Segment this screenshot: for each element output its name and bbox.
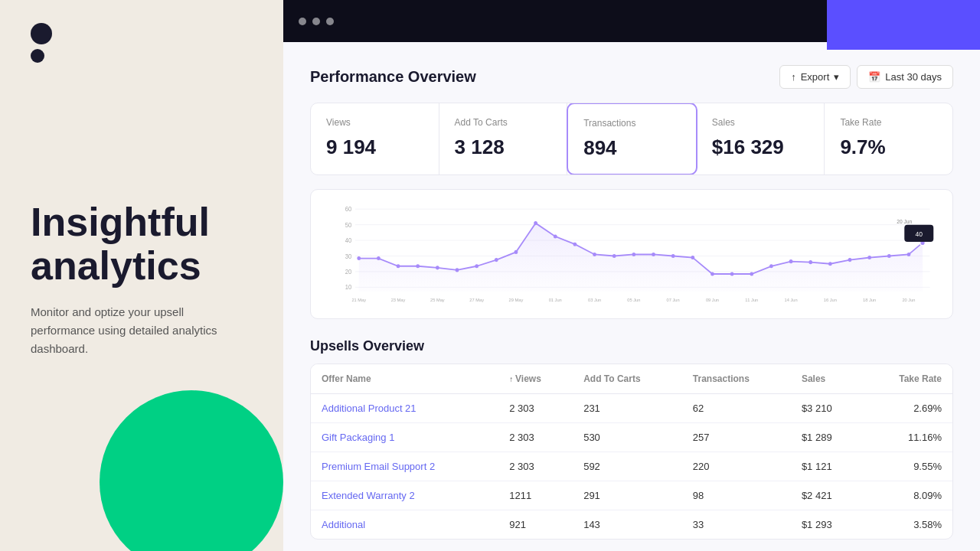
- th-sales: Sales: [791, 364, 863, 394]
- svg-text:14 Jun: 14 Jun: [785, 298, 798, 302]
- svg-point-34: [789, 259, 793, 263]
- export-label: Export: [801, 71, 830, 83]
- stat-card-transactions[interactable]: Transactions 894: [567, 103, 697, 175]
- main-content: Performance Overview ↑ Export ▾ 📅 Last 3…: [283, 0, 980, 551]
- svg-point-29: [691, 256, 694, 259]
- views-cell: 2 303: [498, 452, 573, 481]
- stat-value: $16 329: [712, 135, 809, 159]
- svg-text:18 Jun: 18 Jun: [863, 298, 876, 302]
- performance-header: Performance Overview ↑ Export ▾ 📅 Last 3…: [310, 65, 953, 89]
- svg-text:07 Jun: 07 Jun: [667, 298, 680, 302]
- svg-point-26: [632, 253, 635, 256]
- export-button[interactable]: ↑ Export ▾: [779, 65, 851, 89]
- svg-point-40: [907, 253, 911, 256]
- svg-text:03 Jun: 03 Jun: [588, 298, 601, 302]
- stats-row: Views 9 194 Add To Carts 3 128 Transacti…: [310, 103, 953, 175]
- svg-text:20 Jun: 20 Jun: [902, 298, 915, 302]
- calendar-icon: 📅: [868, 71, 880, 83]
- svg-point-18: [475, 264, 479, 268]
- svg-text:20: 20: [345, 269, 352, 276]
- stat-value: 894: [583, 136, 681, 160]
- offer-name-cell[interactable]: Additional: [311, 510, 498, 540]
- th-add-to-carts: Add To Carts: [573, 364, 682, 394]
- sidebar-description: Monitor and optize your upsell performan…: [31, 303, 230, 358]
- table-header-row: Offer Name ↑ Views Add To Carts Transact…: [311, 364, 952, 394]
- svg-text:30: 30: [345, 253, 352, 259]
- add-to-carts-cell: 143: [573, 510, 682, 540]
- th-views[interactable]: ↑ Views: [498, 364, 573, 394]
- stat-card-add-to-carts[interactable]: Add To Carts 3 128: [439, 103, 568, 174]
- svg-point-15: [416, 264, 420, 268]
- table-row: Premium Email Support 2 2 303 592 220 $1…: [311, 452, 952, 481]
- stat-value: 9 194: [326, 135, 423, 159]
- stat-label: Transactions: [583, 118, 681, 129]
- svg-text:01 Jun: 01 Jun: [549, 298, 562, 302]
- add-to-carts-cell: 291: [573, 481, 682, 510]
- transactions-cell: 220: [682, 452, 791, 481]
- nav-dot-1: [299, 18, 306, 25]
- stat-card-take-rate[interactable]: Take Rate 9.7%: [825, 103, 952, 174]
- svg-point-39: [887, 254, 891, 258]
- performance-title: Performance Overview: [310, 68, 476, 86]
- sales-cell: $1 289: [791, 423, 863, 452]
- upsells-tbody: Additional Product 21 2 303 231 62 $3 21…: [311, 394, 952, 540]
- take-rate-cell: 9.55%: [863, 452, 952, 481]
- chart-container: 10 20 30 40 50 60: [310, 189, 953, 319]
- sidebar-title: Insightful analytics: [31, 201, 253, 288]
- take-rate-cell: 11.16%: [863, 423, 952, 452]
- offer-name-cell[interactable]: Additional Product 21: [311, 394, 498, 423]
- date-range-button[interactable]: 📅 Last 30 days: [857, 65, 953, 89]
- transactions-cell: 33: [682, 510, 791, 540]
- top-accent-bar: [827, 0, 980, 50]
- svg-point-38: [867, 256, 871, 259]
- sales-cell: $2 421: [791, 481, 863, 510]
- upsells-table-container: Offer Name ↑ Views Add To Carts Transact…: [310, 364, 953, 540]
- sidebar: Insightful analytics Monitor and optize …: [0, 0, 283, 551]
- stat-card-sales[interactable]: Sales $16 329: [697, 103, 825, 174]
- sales-cell: $1 293: [791, 510, 863, 540]
- svg-text:20 Jun: 20 Jun: [897, 218, 912, 223]
- offer-name-cell[interactable]: Gift Packaging 1: [311, 423, 498, 452]
- stat-value: 3 128: [455, 135, 552, 159]
- svg-text:60: 60: [345, 206, 352, 213]
- stat-label: Views: [326, 117, 423, 128]
- table-row: Additional Product 21 2 303 231 62 $3 21…: [311, 394, 952, 423]
- take-rate-cell: 8.09%: [863, 481, 952, 510]
- add-to-carts-cell: 592: [573, 452, 682, 481]
- offer-name-cell[interactable]: Premium Email Support 2: [311, 452, 498, 481]
- svg-text:16 Jun: 16 Jun: [824, 298, 837, 302]
- svg-point-24: [593, 253, 596, 256]
- svg-point-27: [652, 253, 655, 256]
- transactions-cell: 257: [682, 423, 791, 452]
- stat-card-views[interactable]: Views 9 194: [311, 103, 439, 174]
- offer-name-cell[interactable]: Extended Warranty 2: [311, 481, 498, 510]
- svg-point-28: [671, 254, 675, 258]
- svg-point-16: [436, 266, 439, 269]
- add-to-carts-cell: 231: [573, 394, 682, 423]
- svg-point-22: [554, 234, 557, 238]
- svg-point-36: [828, 262, 832, 266]
- svg-point-13: [377, 256, 381, 260]
- svg-text:40: 40: [345, 237, 352, 244]
- upsells-table: Offer Name ↑ Views Add To Carts Transact…: [311, 364, 952, 539]
- svg-text:40: 40: [916, 230, 923, 238]
- table-row: Extended Warranty 2 1211 291 98 $2 421 8…: [311, 481, 952, 510]
- svg-point-31: [730, 272, 734, 276]
- stat-value: 9.7%: [840, 135, 937, 159]
- logo-dot-small: [31, 49, 44, 63]
- svg-text:21 May: 21 May: [351, 298, 366, 302]
- svg-point-12: [357, 256, 361, 260]
- stat-label: Take Rate: [840, 117, 937, 128]
- svg-text:10: 10: [345, 284, 352, 291]
- take-rate-cell: 3.58%: [863, 510, 952, 540]
- table-row: Additional 921 143 33 $1 293 3.58%: [311, 510, 952, 540]
- performance-chart: 10 20 30 40 50 60: [326, 201, 937, 311]
- nav-dot-3: [326, 18, 334, 25]
- nav-dot-2: [312, 18, 320, 25]
- th-offer-name: Offer Name: [311, 364, 498, 394]
- svg-text:11 Jun: 11 Jun: [745, 298, 758, 302]
- svg-text:27 May: 27 May: [469, 298, 484, 302]
- add-to-carts-cell: 530: [573, 423, 682, 452]
- transactions-cell: 62: [682, 394, 791, 423]
- stat-label: Sales: [712, 117, 809, 128]
